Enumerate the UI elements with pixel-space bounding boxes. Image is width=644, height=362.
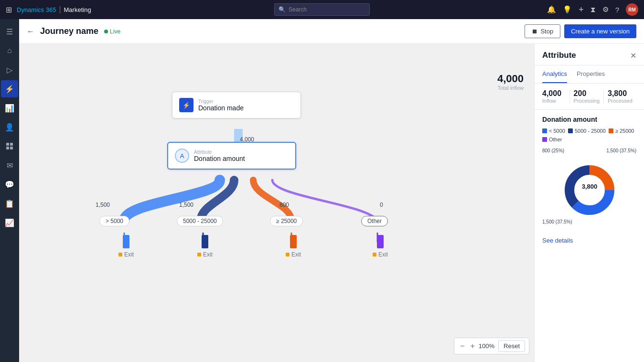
branch-node-2[interactable]: 5000 - 25000 (177, 216, 223, 226)
sidebar-item-menu[interactable]: ☰ (1, 23, 18, 40)
reset-button[interactable]: Reset (498, 340, 525, 352)
zoom-in-button[interactable]: + (468, 342, 476, 351)
sidebar-item-reports[interactable]: 📈 (1, 214, 18, 231)
stop-button[interactable]: ⏹ Stop (525, 24, 560, 38)
stat-processed: 3,800 Processed (604, 89, 636, 104)
exit-node-2: Exit (197, 235, 213, 258)
avatar[interactable]: RM (626, 3, 638, 16)
svg-rect-0 (6, 143, 9, 146)
add-icon[interactable]: + (579, 5, 584, 15)
exit-dot-3 (286, 253, 290, 256)
legend-item-other: Other (542, 137, 562, 142)
live-label: Live (110, 28, 120, 35)
live-badge: Live (104, 28, 120, 35)
legend-item-1: < 5000 (542, 128, 565, 134)
header-bar: ← Journey name Live ⏹ Stop Create a new … (19, 19, 644, 44)
sidebar-item-realtime[interactable]: ⚡ (1, 80, 18, 97)
zoom-out-button[interactable]: − (458, 342, 466, 351)
svg-rect-1 (10, 143, 13, 146)
back-button[interactable]: ← (27, 27, 34, 36)
stat-processed-label: Processed (608, 98, 633, 104)
lightbulb-icon[interactable]: 💡 (563, 5, 572, 14)
help-icon[interactable]: ? (615, 6, 619, 14)
exit-text-3: Exit (291, 251, 301, 258)
branch-count-value-4: 0 (380, 202, 383, 208)
search-icon: 🔍 (279, 6, 286, 13)
panel-close-button[interactable]: ✕ (630, 51, 636, 60)
exit-dot-1 (118, 253, 122, 256)
attribute-label-main: Donation amount (194, 155, 245, 162)
main-content: ← Journey name Live ⏹ Stop Create a new … (19, 19, 644, 362)
legend-label-other: Other (549, 137, 562, 142)
legend-dot-3 (609, 128, 613, 133)
exit-text-1: Exit (124, 251, 134, 258)
sidebar-item-analytics[interactable]: 📊 (1, 99, 18, 117)
donut-center-value: 3,800 (581, 183, 597, 190)
donut-chart: 3,800 (558, 159, 621, 221)
legend-label-3: ≥ 25000 (615, 128, 634, 134)
search-box[interactable]: 🔍 (274, 3, 370, 16)
exit-text-2: Exit (203, 251, 213, 258)
brand-name: Dynamics 365 (17, 6, 56, 13)
stop-icon: ⏹ (532, 28, 538, 35)
create-version-button[interactable]: Create a new version (564, 24, 636, 38)
branch-count-value-2: 1,500 (179, 202, 193, 208)
settings-icon[interactable]: ⚙ (602, 5, 609, 14)
donut-label-bottomleft: 1,500 (37.5%) (542, 219, 572, 224)
zoom-controls: − + 100% Reset (454, 338, 529, 354)
trigger-label-main: Donation made (198, 104, 244, 112)
attribute-node[interactable]: A Attribute Donation amount (167, 142, 296, 170)
sidebar-item-forms[interactable]: 📋 (1, 195, 18, 212)
exit-dot-2 (197, 253, 201, 256)
trigger-label-small: Trigger (198, 99, 244, 104)
stat-inflow: 4,000 Inflow (542, 89, 570, 104)
notification-icon[interactable]: 🔔 (547, 5, 556, 14)
sidebar-item-outbound[interactable]: ▷ (1, 61, 18, 78)
topbar: ⊞ Dynamics 365 | Marketing 🔍 🔔 💡 + ⧗ ⚙ ?… (0, 0, 644, 19)
sidebar-item-contacts[interactable]: 👤 (1, 118, 18, 136)
sidebar-item-home[interactable]: ⌂ (1, 42, 18, 59)
tab-properties[interactable]: Properties (577, 65, 605, 83)
exit-bar-3 (290, 235, 297, 248)
exit-label-other: Exit (373, 251, 388, 258)
exit-label-2: Exit (197, 251, 213, 258)
right-panel: Attribute ✕ Analytics Properties 4,000 I… (534, 44, 644, 362)
zoom-level: 100% (479, 342, 494, 350)
legend-item-3: ≥ 25000 (609, 128, 634, 134)
branch-node-1[interactable]: > 5000 (99, 216, 129, 226)
stat-processing: 200 Processing (570, 89, 604, 104)
attribute-label-small: Attribute (194, 149, 245, 155)
filter-icon[interactable]: ⧗ (590, 5, 596, 14)
chart-section: Donation amount < 5000 5000 - 25000 ≥ 25… (535, 110, 644, 235)
header-actions: ⏹ Stop Create a new version (525, 24, 636, 38)
sidebar-item-messages[interactable]: 💬 (1, 176, 18, 193)
donut-label-topright: 1,500 (37.5%) (606, 148, 636, 153)
brand-module: Marketing (64, 6, 91, 13)
sidebar-item-segments[interactable] (1, 138, 18, 155)
brand: Dynamics 365 | Marketing (17, 5, 91, 14)
donut-label-topleft: 800 (25%) (542, 148, 564, 153)
trigger-node[interactable]: ⚡ Trigger Donation made (172, 92, 301, 118)
exit-bar-1 (123, 235, 129, 248)
panel-header: Attribute ✕ (535, 44, 644, 65)
trigger-icon: ⚡ (179, 98, 193, 112)
panel-stats: 4,000 Inflow 200 Processing 3,800 Proces… (535, 84, 644, 110)
panel-title: Attribute (542, 51, 576, 60)
branch-count-value-3: 800 (279, 202, 289, 208)
tab-analytics[interactable]: Analytics (542, 65, 567, 83)
chart-legend: < 5000 5000 - 25000 ≥ 25000 Other (542, 128, 636, 142)
legend-dot-1 (542, 128, 547, 133)
see-details-link[interactable]: See details (535, 235, 644, 246)
live-dot (104, 30, 108, 33)
sidebar-item-emails[interactable]: ✉ (1, 157, 18, 174)
svg-rect-2 (6, 147, 9, 149)
branch-node-other[interactable]: Other (361, 216, 388, 226)
search-input[interactable] (289, 6, 365, 13)
apps-icon[interactable]: ⊞ (6, 5, 12, 14)
attribute-node-labels: Attribute Donation amount (194, 149, 245, 162)
page-title: Journey name (40, 26, 98, 36)
branch-node-3[interactable]: ≥ 25000 (270, 216, 303, 226)
exit-node-1: Exit (118, 235, 134, 258)
stat-processing-value: 200 (574, 89, 600, 98)
topbar-actions: 🔔 💡 + ⧗ ⚙ ? RM (547, 3, 638, 16)
